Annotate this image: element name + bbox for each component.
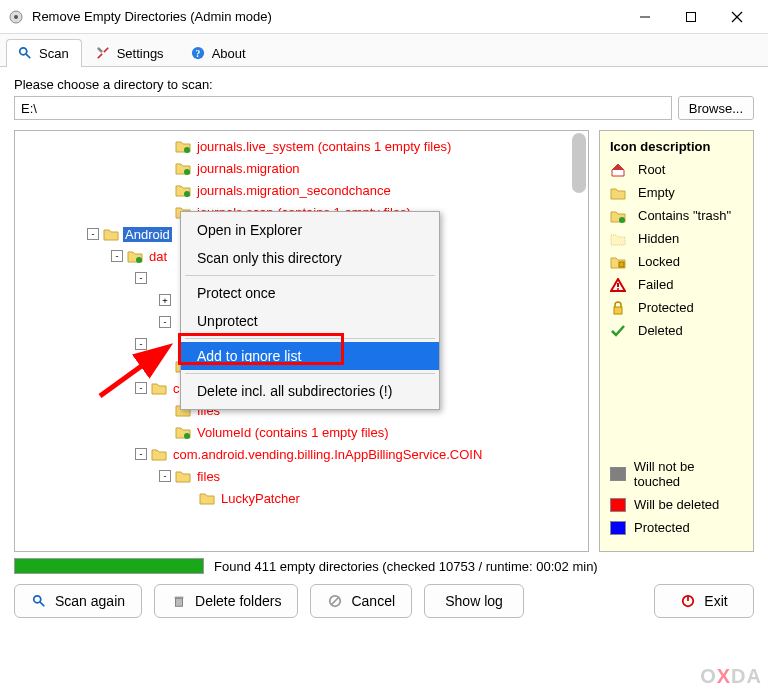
help-icon: ? bbox=[190, 45, 206, 61]
swatch-blue bbox=[610, 521, 626, 535]
collapse-icon[interactable]: - bbox=[159, 316, 171, 328]
check-icon bbox=[610, 324, 626, 338]
collapse-icon[interactable]: - bbox=[135, 338, 147, 350]
directory-path-input[interactable] bbox=[14, 96, 672, 120]
tree-node[interactable]: LuckyPatcher bbox=[15, 487, 588, 509]
minimize-button[interactable] bbox=[622, 1, 668, 33]
svg-rect-3 bbox=[687, 12, 696, 21]
collapse-icon[interactable]: - bbox=[87, 228, 99, 240]
delete-folders-button[interactable]: Delete folders bbox=[154, 584, 298, 618]
show-log-button[interactable]: Show log bbox=[424, 584, 524, 618]
tree-scrollbar[interactable] bbox=[572, 133, 586, 193]
tree-node[interactable]: VolumeId (contains 1 empty files) bbox=[15, 421, 588, 443]
tab-bar: Scan Settings ? About bbox=[0, 34, 768, 67]
folder-empty-icon bbox=[199, 491, 215, 505]
svg-point-17 bbox=[619, 217, 625, 223]
context-menu: Open in Explorer Scan only this director… bbox=[180, 211, 440, 410]
folder-trash-icon bbox=[175, 425, 191, 439]
trash-icon bbox=[171, 593, 187, 609]
tree-node-label: com.android.vending.billing.InAppBilling… bbox=[171, 447, 484, 462]
tab-settings-label: Settings bbox=[117, 46, 164, 61]
tree-node[interactable]: -com.android.vending.billing.InAppBillin… bbox=[15, 443, 588, 465]
folder-empty-icon bbox=[151, 447, 167, 461]
ctx-protect-once[interactable]: Protect once bbox=[181, 279, 439, 307]
choose-directory-label: Please choose a directory to scan: bbox=[14, 77, 754, 92]
ctx-add-to-ignore[interactable]: Add to ignore list bbox=[181, 342, 439, 370]
svg-line-27 bbox=[332, 598, 339, 605]
svg-line-23 bbox=[40, 602, 44, 606]
ctx-unprotect[interactable]: Unprotect bbox=[181, 307, 439, 335]
swatch-gray bbox=[610, 467, 626, 481]
collapse-icon[interactable]: - bbox=[135, 448, 147, 460]
directory-tree[interactable]: journals.live_system (contains 1 empty f… bbox=[14, 130, 589, 552]
tree-node[interactable]: -files bbox=[15, 465, 588, 487]
legend-will-delete: Will be deleted bbox=[610, 497, 743, 512]
svg-point-22 bbox=[34, 596, 41, 603]
svg-rect-18 bbox=[619, 262, 624, 267]
ctx-open-in-explorer[interactable]: Open in Explorer bbox=[181, 216, 439, 244]
tree-node-label: files bbox=[195, 469, 222, 484]
home-icon bbox=[610, 163, 626, 177]
ctx-delete-all[interactable]: Delete incl. all subdirectories (!) bbox=[181, 377, 439, 405]
tree-node-label: journals.migration_secondchance bbox=[195, 183, 393, 198]
svg-text:?: ? bbox=[195, 48, 200, 59]
tab-scan[interactable]: Scan bbox=[6, 39, 82, 67]
folder-trash-icon bbox=[175, 139, 191, 153]
svg-point-6 bbox=[20, 48, 27, 55]
folder-trash-icon bbox=[175, 161, 191, 175]
action-button-row: Scan again Delete folders Cancel Show lo… bbox=[14, 584, 754, 618]
legend-failed: Failed bbox=[610, 277, 743, 292]
svg-point-11 bbox=[184, 169, 190, 175]
tab-settings[interactable]: Settings bbox=[84, 39, 177, 67]
tab-about-label: About bbox=[212, 46, 246, 61]
close-button[interactable] bbox=[714, 1, 760, 33]
collapse-icon[interactable]: - bbox=[159, 470, 171, 482]
collapse-icon[interactable]: - bbox=[111, 250, 123, 262]
legend-trash: Contains "trash" bbox=[610, 208, 743, 223]
svg-point-12 bbox=[184, 191, 190, 197]
folder-locked-icon bbox=[610, 255, 626, 269]
scan-pane: Please choose a directory to scan: Brows… bbox=[0, 67, 768, 626]
tree-node-label: journals.migration bbox=[195, 161, 302, 176]
legend-root: Root bbox=[610, 162, 743, 177]
tree-node-label: dat bbox=[147, 249, 169, 264]
svg-rect-24 bbox=[176, 598, 183, 606]
tree-node[interactable]: journals.live_system (contains 1 empty f… bbox=[15, 135, 588, 157]
browse-button[interactable]: Browse... bbox=[678, 96, 754, 120]
titlebar: Remove Empty Directories (Admin mode) bbox=[0, 0, 768, 34]
svg-point-1 bbox=[14, 15, 18, 19]
folder-trash-icon bbox=[610, 209, 626, 223]
folder-hidden-icon bbox=[610, 232, 626, 246]
window-controls bbox=[622, 1, 760, 33]
folder-trash-icon bbox=[175, 183, 191, 197]
exit-button[interactable]: Exit bbox=[654, 584, 754, 618]
tab-about[interactable]: ? About bbox=[179, 39, 259, 67]
legend-protected: Protected bbox=[610, 300, 743, 315]
collapse-icon[interactable]: - bbox=[135, 382, 147, 394]
legend-locked: Locked bbox=[610, 254, 743, 269]
tree-node[interactable]: journals.migration bbox=[15, 157, 588, 179]
folder-empty-icon bbox=[103, 227, 119, 241]
svg-point-15 bbox=[184, 433, 190, 439]
tree-node-label: Android bbox=[123, 227, 172, 242]
collapse-icon[interactable]: - bbox=[135, 272, 147, 284]
expand-icon[interactable]: + bbox=[159, 294, 171, 306]
progress-bar bbox=[14, 558, 204, 574]
tools-icon bbox=[95, 45, 111, 61]
search-icon bbox=[31, 593, 47, 609]
search-icon bbox=[17, 45, 33, 61]
maximize-button[interactable] bbox=[668, 1, 714, 33]
svg-point-14 bbox=[136, 257, 142, 263]
scan-again-button[interactable]: Scan again bbox=[14, 584, 142, 618]
folder-empty-icon bbox=[151, 381, 167, 395]
ctx-scan-only[interactable]: Scan only this directory bbox=[181, 244, 439, 272]
window-title: Remove Empty Directories (Admin mode) bbox=[32, 9, 622, 24]
cancel-icon bbox=[327, 593, 343, 609]
cancel-button[interactable]: Cancel bbox=[310, 584, 412, 618]
legend-not-touched: Will not be touched bbox=[610, 459, 743, 489]
folder-empty-icon bbox=[610, 186, 626, 200]
progress-row: Found 411 empty directories (checked 107… bbox=[14, 558, 754, 574]
legend-title: Icon description bbox=[610, 139, 743, 154]
tree-node[interactable]: journals.migration_secondchance bbox=[15, 179, 588, 201]
warning-icon bbox=[610, 278, 626, 292]
